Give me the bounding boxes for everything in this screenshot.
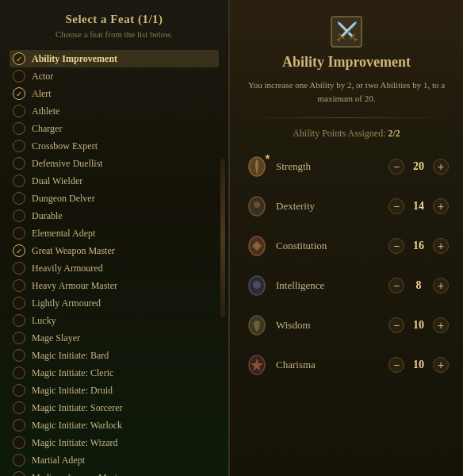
ability-value: 20 [409, 160, 428, 173]
feat-item-icon [13, 227, 25, 240]
feat-item[interactable]: Mage Slayer [10, 329, 219, 347]
ability-icon [244, 352, 270, 378]
feat-item-name: Defensive Duellist [32, 158, 103, 170]
feat-item[interactable]: Lucky [10, 312, 219, 329]
feat-item-icon: ✓ [13, 52, 25, 65]
svg-point-2 [254, 202, 260, 208]
feat-item[interactable]: Heavy Armour Master [10, 277, 219, 294]
feat-item[interactable]: Dungeon Delver [10, 190, 219, 207]
feat-item[interactable]: Magic Initiate: Sorcerer [10, 399, 219, 416]
feat-detail-title: Ability Improvement [244, 54, 449, 71]
feat-item[interactable]: Heavily Armoured [10, 259, 219, 277]
ability-controls: −10+ [388, 317, 449, 333]
ability-name: Intelligence [276, 279, 388, 292]
feat-list-panel: Select a Feat (1/1) Choose a feat from t… [0, 0, 230, 476]
ability-controls: −14+ [388, 198, 449, 214]
ability-points-value: 2/2 [388, 128, 400, 139]
feat-item-name: Mage Slayer [32, 332, 80, 344]
ability-rows-container: ★Strength−20+Dexterity−14+Constitution−1… [244, 151, 449, 381]
ability-increase-button[interactable]: + [433, 238, 449, 254]
feat-item[interactable]: Durable [10, 207, 219, 225]
feat-list: ✓Ability ImprovementActor✓AlertAthleteCh… [10, 50, 219, 476]
feat-item[interactable]: Martial Adept [10, 451, 219, 469]
feat-item[interactable]: Defensive Duellist [10, 155, 219, 172]
ability-name: Strength [276, 160, 388, 173]
feat-item[interactable]: Athlete [10, 102, 219, 120]
feat-item-name: Ability Improvement [32, 53, 117, 65]
ability-decrease-button[interactable]: − [388, 238, 404, 254]
ability-increase-button[interactable]: + [433, 317, 449, 333]
feat-detail-panel: ⚔️ Ability Improvement You increase one … [230, 0, 463, 476]
feat-item[interactable]: ✓Great Weapon Master [10, 242, 219, 259]
feat-item[interactable]: Dual Wielder [10, 172, 219, 190]
ability-value: 10 [409, 319, 428, 332]
feat-item-name: Heavily Armoured [32, 263, 103, 274]
feat-item-name: Magic Initiate: Warlock [32, 420, 122, 432]
feat-item[interactable]: Crossbow Expert [10, 137, 219, 155]
feat-item-name: Lightly Armoured [32, 298, 101, 309]
feat-item-name: Magic Initiate: Cleric [32, 367, 113, 379]
ability-decrease-button[interactable]: − [388, 198, 404, 214]
feat-item-icon [13, 436, 25, 449]
ability-value: 16 [409, 240, 428, 252]
ability-name: Charisma [276, 359, 388, 371]
ability-controls: −8+ [388, 278, 449, 294]
feat-item[interactable]: Magic Initiate: Warlock [10, 416, 219, 434]
feat-item-name: Magic Initiate: Druid [32, 385, 113, 397]
feat-item-name: Charger [32, 123, 62, 135]
divider [244, 117, 449, 118]
feat-item[interactable]: Lightly Armoured [10, 294, 219, 312]
ability-value: 10 [409, 359, 428, 371]
ability-value: 14 [409, 200, 428, 213]
feat-item-icon [13, 349, 25, 362]
ability-decrease-button[interactable]: − [388, 278, 404, 294]
feat-item-icon [13, 122, 25, 135]
ability-row: Dexterity−14+ [244, 190, 449, 222]
ability-name: Dexterity [276, 200, 388, 213]
feat-item[interactable]: Magic Initiate: Druid [10, 382, 219, 399]
feat-item-icon [13, 140, 25, 152]
feat-item[interactable]: Actor [10, 67, 219, 85]
feat-item[interactable]: Magic Initiate: Wizard [10, 434, 219, 451]
feat-item[interactable]: Magic Initiate: Cleric [10, 364, 219, 382]
ability-points-label: Ability Points Assigned: 2/2 [244, 128, 449, 140]
feat-item-icon [13, 175, 25, 187]
ability-decrease-button[interactable]: − [388, 159, 404, 175]
ability-row: Wisdom−10+ [244, 309, 449, 341]
ability-star: ★ [264, 152, 271, 161]
feat-item-icon [13, 419, 25, 432]
ability-value: 8 [409, 279, 428, 292]
ability-increase-button[interactable]: + [433, 198, 449, 214]
feat-icon: ⚔️ [331, 16, 362, 48]
feat-item-icon: ✓ [13, 87, 25, 100]
feat-item-name: Medium Armour Master [32, 472, 124, 477]
scroll-indicator [220, 159, 225, 317]
feat-item-name: Magic Initiate: Wizard [32, 437, 118, 449]
ability-row: Charisma−10+ [244, 349, 449, 381]
ability-decrease-button[interactable]: − [388, 357, 404, 373]
feat-item[interactable]: Magic Initiate: Bard [10, 347, 219, 364]
feat-item-icon [13, 70, 25, 83]
ability-icon [244, 233, 270, 259]
ability-increase-button[interactable]: + [433, 278, 449, 294]
feat-item[interactable]: Medium Armour Master [10, 469, 219, 476]
feat-detail-description: You increase one Ability by 2, or two Ab… [244, 79, 449, 105]
panel-subtitle: Choose a feat from the list below. [10, 29, 219, 39]
feat-item[interactable]: Elemental Adept [10, 225, 219, 242]
ability-name: Wisdom [276, 319, 388, 332]
feat-item[interactable]: Charger [10, 120, 219, 137]
feat-item[interactable]: ✓Alert [10, 85, 219, 102]
feat-item-icon [13, 297, 25, 309]
ability-decrease-button[interactable]: − [388, 317, 404, 333]
svg-point-5 [253, 281, 261, 289]
ability-increase-button[interactable]: + [433, 159, 449, 175]
ability-icon [244, 313, 270, 338]
feat-item[interactable]: ✓Ability Improvement [10, 50, 219, 67]
feat-item-name: Athlete [32, 106, 59, 117]
ability-icon [244, 273, 270, 298]
feat-item-icon [13, 332, 25, 344]
feat-item-name: Crossbow Expert [32, 140, 98, 152]
ability-increase-button[interactable]: + [433, 357, 449, 373]
feat-item-icon [13, 209, 25, 222]
feat-item-icon [13, 105, 25, 117]
